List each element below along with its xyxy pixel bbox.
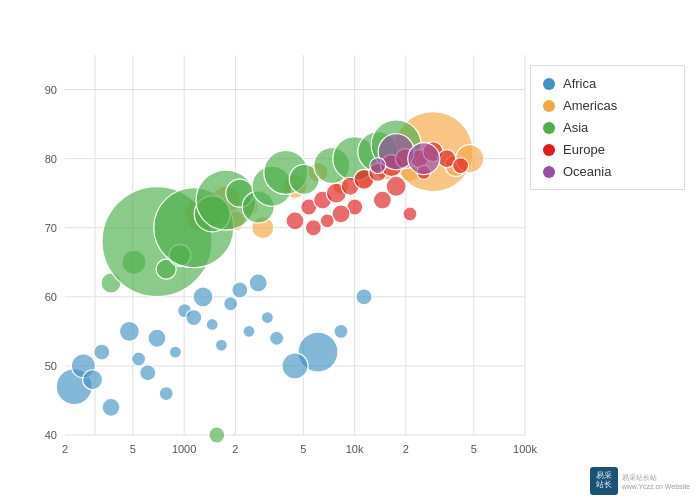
svg-point-102	[373, 191, 391, 209]
svg-text:90: 90	[45, 84, 57, 96]
legend-item-oceania: Oceania	[543, 164, 672, 179]
legend-item-asia: Asia	[543, 120, 672, 135]
svg-point-103	[386, 176, 406, 196]
legend: AfricaAmericasAsiaEuropeOceania	[530, 65, 685, 190]
svg-point-52	[356, 289, 372, 305]
svg-point-54	[270, 331, 284, 345]
legend-item-africa: Africa	[543, 76, 672, 91]
chart-container: 405060708090510002510k25100k2 AfricaAmer…	[0, 0, 700, 500]
svg-point-107	[305, 220, 321, 236]
svg-point-100	[453, 158, 469, 174]
legend-dot	[543, 78, 555, 90]
watermark-icon: 易采站长	[590, 467, 618, 495]
svg-point-111	[370, 158, 386, 174]
svg-point-45	[215, 339, 227, 351]
svg-text:80: 80	[45, 153, 57, 165]
svg-point-32	[83, 370, 103, 390]
svg-point-37	[140, 365, 156, 381]
svg-point-106	[320, 214, 334, 228]
legend-dot	[543, 122, 555, 134]
svg-point-43	[193, 287, 213, 307]
svg-point-46	[224, 297, 238, 311]
svg-point-40	[169, 346, 181, 358]
svg-point-51	[334, 324, 348, 338]
svg-point-38	[148, 329, 166, 347]
legend-label: Asia	[563, 120, 588, 135]
svg-text:100k: 100k	[513, 443, 537, 455]
svg-point-87	[209, 427, 225, 443]
svg-point-88	[286, 212, 304, 230]
svg-text:1000: 1000	[172, 443, 196, 455]
svg-text:5: 5	[471, 443, 477, 455]
svg-point-47	[232, 282, 248, 298]
legend-dot	[543, 144, 555, 156]
svg-point-55	[282, 353, 308, 379]
legend-item-europe: Europe	[543, 142, 672, 157]
svg-text:60: 60	[45, 291, 57, 303]
svg-point-101	[403, 207, 417, 221]
watermark-text: 易采站长站www.Yczz.cn Website	[622, 473, 690, 490]
svg-point-53	[261, 312, 273, 324]
legend-dot	[543, 166, 555, 178]
svg-point-34	[102, 398, 120, 416]
legend-dot	[543, 100, 555, 112]
chart-svg: 405060708090510002510k25100k2	[65, 55, 525, 435]
svg-point-35	[119, 321, 139, 341]
legend-label: Europe	[563, 142, 605, 157]
chart-title	[0, 0, 700, 23]
svg-point-36	[132, 352, 146, 366]
svg-text:5: 5	[300, 443, 306, 455]
legend-item-americas: Americas	[543, 98, 672, 113]
svg-text:5: 5	[130, 443, 136, 455]
svg-text:2: 2	[232, 443, 238, 455]
svg-text:10k: 10k	[346, 443, 364, 455]
svg-text:40: 40	[45, 429, 57, 441]
svg-point-42	[186, 310, 202, 326]
svg-point-39	[159, 387, 173, 401]
svg-text:2: 2	[403, 443, 409, 455]
svg-text:2: 2	[62, 443, 68, 455]
svg-point-48	[243, 325, 255, 337]
chart-area: 405060708090510002510k25100k2	[65, 55, 525, 435]
svg-point-110	[408, 143, 440, 175]
legend-label: Americas	[563, 98, 617, 113]
svg-text:70: 70	[45, 222, 57, 234]
svg-text:50: 50	[45, 360, 57, 372]
legend-label: Africa	[563, 76, 596, 91]
svg-point-44	[206, 318, 218, 330]
svg-point-49	[249, 274, 267, 292]
watermark: 易采站长 易采站长站www.Yczz.cn Website	[590, 467, 690, 495]
legend-label: Oceania	[563, 164, 611, 179]
svg-point-33	[94, 344, 110, 360]
